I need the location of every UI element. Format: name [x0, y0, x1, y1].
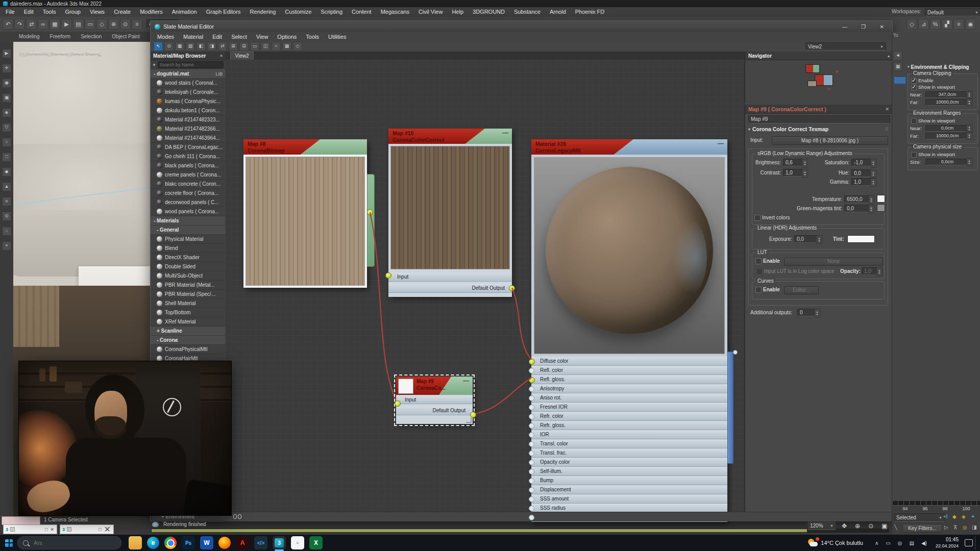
node-material26-preview[interactable] [534, 157, 725, 354]
tray-display-icon[interactable]: ▤ [909, 540, 914, 546]
node-material26-sidebar[interactable] [727, 352, 733, 464]
toolbar-icon[interactable]: ⊿ [918, 19, 929, 30]
browser-item[interactable]: Material #2147482323... [151, 115, 225, 124]
clip-near-spinner[interactable]: ▲▼ [966, 91, 972, 98]
node-map8[interactable]: Map #8CoronaBitmap [243, 139, 367, 288]
slate-view-select[interactable]: View2▼ [805, 42, 886, 51]
menu-item[interactable]: Rendering [246, 7, 281, 17]
parameter-header[interactable]: Map #9 ( CoronaColorCorrect ) ✕ [745, 105, 892, 114]
toolbar-icon[interactable]: ▤ [73, 19, 84, 30]
node-map10-preview[interactable] [390, 146, 510, 269]
physical-size-field[interactable]: 0,0cm [925, 159, 969, 165]
menu-item[interactable]: Arnold [545, 7, 571, 17]
slot-input-socket[interactable] [529, 469, 534, 474]
slate-toolbar-icon[interactable]: ◨ [207, 42, 216, 51]
exposure-spinner[interactable]: ▲▼ [816, 235, 822, 244]
toolbar-icon[interactable]: ↶ [3, 19, 13, 30]
menu-item[interactable]: Animation [167, 7, 202, 17]
clip-near-field[interactable]: 347,0cm [925, 91, 969, 98]
material-slot-row[interactable]: Diffuse color [531, 357, 727, 366]
browser-item[interactable]: Double Sided [151, 262, 225, 271]
slate-titlebar[interactable]: Slate Material Editor — ❐ ✕ [151, 21, 892, 33]
tool-icon[interactable]: ▲ [2, 182, 11, 191]
browser-item[interactable]: creme panels ( Corona... [151, 170, 225, 180]
node-material26-handle[interactable] [733, 350, 738, 355]
taskbar-icon-excel[interactable]: X [309, 536, 323, 549]
close-icon[interactable]: ✕ [50, 527, 54, 532]
toolbar-icon[interactable]: ◇ [96, 19, 107, 30]
browser-item[interactable]: kumas ( CoronaPhysic... [151, 97, 225, 106]
slate-toolbar-icon[interactable]: ◧ [197, 42, 206, 51]
menu-item[interactable]: Megascans [376, 7, 414, 17]
toolbar-icon[interactable]: ∞ [38, 19, 48, 30]
material-slot-row[interactable]: Transl. frac. [531, 448, 727, 458]
key-filters-button[interactable]: Key Filters... [902, 524, 942, 533]
slate-menu-item[interactable]: Edit [208, 32, 227, 41]
menu-item[interactable]: 3DGROUND [468, 7, 509, 17]
slate-menu-item[interactable]: Utilities [324, 32, 351, 41]
taskbar-icon-folder[interactable] [129, 536, 142, 549]
slate-toolbar-icon[interactable]: ◇ [293, 42, 302, 51]
slot-input-socket[interactable] [529, 478, 534, 484]
menu-item[interactable]: Edit [19, 7, 38, 17]
toolbar-icon[interactable]: ▶ [61, 19, 72, 30]
menu-item[interactable]: Scripting [316, 7, 347, 17]
rollout-corona-color-correct[interactable]: ▾ Corona Color Correct Texmap ⠿ [746, 125, 891, 133]
tool-icon[interactable]: ◆ [2, 167, 11, 177]
clipping-enable-checkbox[interactable] [911, 78, 917, 84]
material-name-field[interactable]: Map #9 [748, 115, 890, 123]
menu-item[interactable]: Group [60, 7, 85, 17]
menu-item[interactable]: Customize [280, 7, 316, 17]
material-slot-row[interactable]: Fresnel IOR [531, 403, 727, 412]
node-map10[interactable]: Map #10CoronaColorCorrect — Input Defaul… [388, 129, 512, 297]
zoom-level-select[interactable]: 120%▼ [807, 521, 836, 530]
start-button[interactable] [5, 539, 13, 547]
tool-icon[interactable]: ▣ [2, 93, 11, 103]
lut-file-button[interactable]: None [784, 258, 883, 266]
weather-text[interactable]: 14°C Çok bulutlu [821, 540, 863, 546]
taskbar-icon-chrome[interactable] [164, 537, 177, 549]
navigator-minimap[interactable]: ✕ ✕ [745, 60, 892, 104]
slate-toolbar-icon[interactable]: ▭ [250, 42, 259, 51]
material-slot-row[interactable]: Transl. color [531, 439, 727, 448]
node-map10-input-socket[interactable] [385, 272, 391, 279]
node-map8-header[interactable]: Map #8CoronaBitmap [243, 139, 367, 155]
slate-menu-item[interactable]: Modes [153, 32, 179, 41]
lut-enable-checkbox[interactable] [755, 258, 762, 264]
tray-expand-icon[interactable]: ∧ [875, 540, 878, 546]
temperature-swatch[interactable] [877, 195, 885, 203]
tool-icon[interactable]: ▽ [2, 123, 11, 132]
slate-toolbar-icon[interactable]: ⇄ [218, 42, 227, 51]
material-slot-row[interactable]: Refr. gloss. [531, 421, 727, 430]
material-slot-row[interactable]: Refl. gloss. [531, 375, 727, 384]
chevron-down-icon[interactable]: ▼ [152, 63, 156, 67]
browser-materials-group[interactable]: - Materials [151, 216, 225, 226]
toolbar-icon[interactable]: ↷ [14, 19, 25, 30]
green-magenta-tint-field[interactable]: 0,0 [844, 205, 872, 212]
additional-outputs-spinner[interactable]: ▲▼ [814, 309, 820, 317]
node-map9[interactable]: Map #9CoronaCo... — Input Default Output [396, 377, 473, 424]
browser-item[interactable]: blakc concrete ( Coron... [151, 180, 225, 189]
browser-item[interactable]: PBR Material (Spec/... [151, 290, 225, 299]
browser-item[interactable]: decorwood panels ( C... [151, 198, 225, 207]
browser-item[interactable]: Material #2147482366... [151, 124, 225, 134]
slot-input-socket[interactable] [529, 432, 534, 438]
browser-item[interactable]: Top/Bottom [151, 308, 225, 317]
key-mode-icon[interactable]: ✦ [971, 514, 975, 519]
gamma-spinner[interactable]: ▲▼ [870, 178, 876, 187]
slate-maximize-button[interactable]: ❐ [861, 24, 866, 30]
material-slot-row[interactable]: Refl. color [531, 366, 727, 375]
panel-grid-icon[interactable]: ▦ [893, 62, 902, 71]
menu-item[interactable]: Modifiers [135, 7, 167, 17]
slate-toolbar-icon[interactable]: ⊟ [239, 42, 249, 51]
ribbon-tab[interactable]: Object Paint [107, 32, 144, 42]
browser-item[interactable]: black panels ( Corona... [151, 161, 225, 170]
node-map9-output-slot[interactable]: Default Output [396, 406, 473, 415]
menu-item[interactable]: Tools [38, 7, 61, 17]
minimized-window-1[interactable]: 3 □ ✕ [3, 524, 57, 534]
brightness-spinner[interactable]: ▲▼ [802, 159, 808, 167]
browser-item[interactable]: DirectX Shader [151, 253, 225, 262]
node-material26-header[interactable]: Material #26CoronaLegacyMtl — [531, 139, 727, 155]
toolbar-icon[interactable]: ◉ [965, 19, 976, 30]
ranges-show-checkbox[interactable] [911, 118, 917, 124]
